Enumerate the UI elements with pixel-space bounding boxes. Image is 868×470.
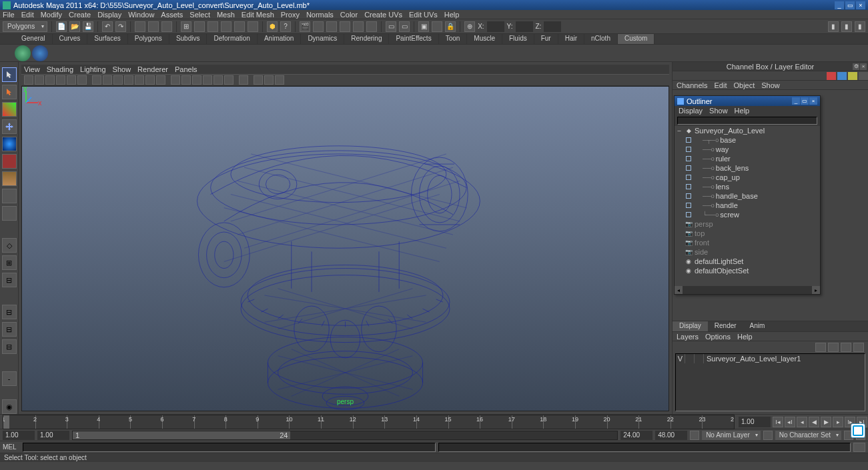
soft-mod-tool[interactable] (2, 189, 17, 203)
select-by-component-button[interactable] (161, 21, 172, 32)
vp-use-all-lights[interactable] (203, 75, 212, 85)
shelf-tab-fur[interactable]: Fur (534, 34, 558, 44)
maximize-button[interactable]: ▭ (845, 1, 855, 9)
vp-2d-pan[interactable] (67, 75, 76, 85)
time-ruler[interactable]: 123456789101112131415161718192021222324 (3, 415, 735, 429)
vp-select-camera[interactable] (24, 75, 33, 85)
layer-btn-1[interactable] (815, 343, 826, 352)
four-view-layout[interactable]: ⊞ (2, 255, 17, 270)
play-forward-button[interactable]: ▶ (821, 417, 831, 427)
vp-shadows[interactable] (213, 75, 223, 85)
render-view-button[interactable] (340, 21, 350, 32)
outliner-item-front[interactable]: 📷front (675, 238, 820, 247)
time-slider-toggle[interactable]: - (2, 371, 17, 386)
vp-image-plane[interactable] (56, 75, 65, 85)
current-frame-field[interactable]: 1.00 (739, 417, 771, 427)
vp-expose[interactable] (275, 75, 284, 85)
sidebar-toggle-3[interactable]: ▮ (855, 21, 865, 32)
rotate-tool[interactable] (2, 137, 17, 151)
outliner-item-screw[interactable]: └──o screw (675, 210, 820, 219)
sidebar-toggle-1[interactable]: ▮ (828, 21, 839, 32)
outliner-hscroll[interactable]: ◂ ▸ (675, 286, 820, 294)
vp-xray[interactable] (254, 75, 263, 85)
current-time-marker[interactable] (3, 415, 9, 429)
shelf-tab-muscle[interactable]: Muscle (467, 34, 502, 44)
outliner-item-base[interactable]: ─┬─o base (675, 135, 820, 145)
menu-display[interactable]: Display (97, 11, 121, 19)
channel-menu-edit[interactable]: Edit (714, 81, 727, 89)
shelf-tab-hair[interactable]: Hair (558, 34, 584, 44)
expand-icon[interactable]: – (675, 127, 684, 134)
render-button[interactable]: 🎬 (300, 21, 310, 32)
outliner-scroll-left[interactable]: ◂ (675, 286, 683, 294)
outliner-item-persp[interactable]: 📷persp (675, 219, 820, 229)
viewport[interactable]: y x persp (21, 86, 669, 411)
outliner-search[interactable] (677, 117, 817, 125)
outliner-item-cap_up[interactable]: ──o cap_up (675, 173, 820, 182)
vp-bookmarks[interactable] (45, 75, 55, 85)
scale-tool[interactable] (2, 154, 17, 169)
layer-tab-anim[interactable]: Anim (743, 321, 772, 331)
lasso-tool[interactable] (2, 85, 17, 99)
select-by-object-button[interactable] (148, 21, 159, 32)
show-manip-tool[interactable] (2, 206, 17, 221)
play-back-button[interactable]: ◀ (809, 417, 819, 427)
shelf-tab-custom[interactable]: Custom (618, 34, 655, 44)
anim-layer-button[interactable] (763, 431, 773, 440)
outliner-item-defaultlightset[interactable]: ◉defaultLightSet (675, 257, 820, 266)
script-editor-button[interactable] (853, 443, 865, 452)
step-back-key-button[interactable]: ◂І (785, 417, 795, 427)
menu-window[interactable]: Window (128, 11, 154, 19)
outliner-titlebar[interactable]: Outliner _ ▭ × (675, 96, 820, 106)
character-set-dropdown[interactable]: No Character Set (775, 431, 841, 440)
vp-safe-title[interactable] (156, 75, 165, 85)
snap-live-button[interactable] (234, 21, 245, 32)
step-back-button[interactable]: ◂ (797, 417, 807, 427)
vp-smooth-shade[interactable] (181, 75, 191, 85)
close-button[interactable]: × (856, 1, 865, 9)
menu-help[interactable]: Help (444, 11, 460, 19)
menu-edit-mesh[interactable]: Edit Mesh (242, 11, 274, 19)
input-mode-button[interactable]: ▭ (386, 21, 396, 32)
outliner-item-side[interactable]: 📷side (675, 247, 820, 257)
move-tool[interactable] (2, 119, 17, 134)
channel-menu-object[interactable]: Object (733, 81, 755, 89)
menu-edit[interactable]: Edit (21, 11, 34, 19)
channel-menu-channels[interactable]: Channels (677, 81, 707, 89)
make-live-button[interactable] (248, 21, 258, 32)
vp-resolution-gate[interactable] (113, 75, 123, 85)
channel-btn-1[interactable] (827, 72, 836, 80)
layer-type-toggle[interactable] (685, 354, 695, 363)
outliner-maximize[interactable]: ▭ (801, 97, 809, 105)
vp-high-quality[interactable] (224, 75, 234, 85)
menu-file[interactable]: File (3, 11, 15, 19)
select-tool[interactable] (2, 67, 17, 82)
vp-grease-pencil[interactable] (77, 75, 87, 85)
snap-curve-button[interactable] (194, 21, 205, 32)
save-scene-button[interactable]: 💾 (83, 21, 93, 32)
shelf-tab-fluids[interactable]: Fluids (502, 34, 534, 44)
outliner-menu-display[interactable]: Display (679, 107, 703, 115)
snap-point-button[interactable] (207, 21, 218, 32)
shelf-tab-subdivs[interactable]: Subdivs (169, 34, 207, 44)
outliner-tree[interactable]: –◆Surveyor_Auto_Level─┬─o base──o way──o… (675, 126, 820, 286)
history-toggle-button[interactable]: ⬢ (267, 21, 278, 32)
quick-select-button[interactable]: ▣ (418, 21, 429, 32)
sidebar-toggle-2[interactable]: ▮ (841, 21, 852, 32)
vp-menu-view[interactable]: View (24, 65, 40, 73)
vp-field-chart[interactable] (135, 75, 144, 85)
layer-tab-render[interactable]: Render (708, 321, 743, 331)
snap-grid-button[interactable]: ⊞ (181, 21, 191, 32)
layer-menu-options[interactable]: Options (705, 333, 731, 341)
menu-edit-uvs[interactable]: Edit UVs (409, 11, 438, 19)
shelf-tab-general[interactable]: General (15, 34, 53, 44)
paint-select-tool[interactable] (2, 102, 17, 117)
outliner-item-top[interactable]: 📷top (675, 229, 820, 238)
x-field[interactable] (487, 21, 504, 32)
layer-btn-4[interactable] (853, 343, 864, 352)
playback-end-field[interactable]: 24.00 (620, 431, 653, 440)
vp-lock-camera[interactable] (35, 75, 44, 85)
custom-shelf-icon-1[interactable] (15, 45, 31, 61)
persp-graph-layout[interactable]: ⊟ (2, 305, 17, 319)
layer-row[interactable]: VSurveyor_Auto_Level_layer1 (676, 354, 865, 363)
